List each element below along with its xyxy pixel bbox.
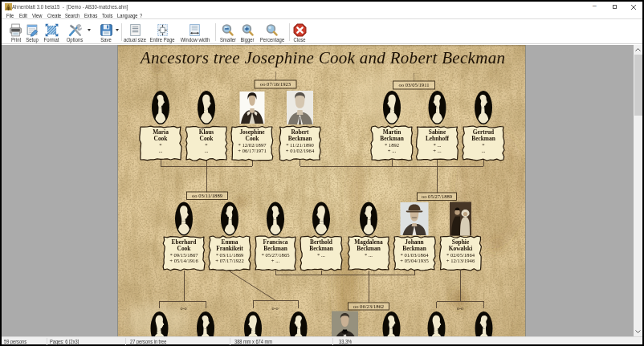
- svg-text:...: ...: [482, 148, 486, 153]
- svg-text:oo 07/16/1923: oo 07/16/1923: [260, 81, 291, 87]
- svg-text:*: *: [482, 142, 484, 148]
- svg-text:+ 05/04/1935: + 05/04/1935: [400, 258, 429, 263]
- svg-text:oo 03/11/1889: oo 03/11/1889: [192, 193, 223, 198]
- svg-text:o-o: o-o: [180, 305, 186, 311]
- svg-text:* 02/05/1864: * 02/05/1864: [446, 252, 475, 258]
- svg-text:* 01/03/1864: * 01/03/1864: [401, 252, 430, 258]
- svg-text:o-o: o-o: [271, 305, 278, 311]
- svg-text:* 05/27/1865: * 05/27/1865: [262, 252, 291, 258]
- svg-text:* ...: * ...: [317, 252, 325, 258]
- svg-text:* 09/15/1867: * 09/15/1867: [170, 252, 199, 258]
- svg-text:* ...: * ...: [365, 252, 373, 258]
- svg-text:oo 06/23/1862: oo 06/23/1862: [353, 303, 384, 309]
- svg-text:+ 01/02/1964: + 01/02/1964: [286, 148, 315, 153]
- svg-text:+ 12/13/1946: + 12/13/1946: [446, 258, 475, 263]
- svg-text:+ ...: + ...: [271, 258, 280, 263]
- svg-text:+ 06/17/1971: + 06/17/1971: [238, 148, 266, 153]
- svg-text:* 03/11/1869: * 03/11/1869: [216, 252, 244, 258]
- svg-text:+ ...: + ...: [388, 148, 397, 153]
- svg-text:+ 07/17/1922: + 07/17/1922: [215, 258, 243, 263]
- svg-text:* 1892: * 1892: [385, 142, 399, 148]
- svg-text:*: *: [159, 142, 161, 148]
- svg-text:...: ...: [159, 148, 163, 153]
- svg-text:* 12/02/1897: * 12/02/1897: [238, 142, 267, 148]
- svg-text:o-o: o-o: [457, 305, 463, 311]
- svg-text:+ 05/14/1916: + 05/14/1916: [169, 258, 198, 263]
- svg-text:* ...: * ...: [434, 142, 442, 148]
- svg-text:Ancestors tree Josephine Cook: Ancestors tree Josephine Cook and Robert…: [139, 48, 506, 67]
- svg-text:* 11/21/1890: * 11/21/1890: [286, 142, 314, 148]
- svg-text:*: *: [205, 142, 207, 148]
- svg-text:oo 05/27/1889: oo 05/27/1889: [422, 193, 453, 199]
- svg-text:...: ...: [205, 148, 209, 153]
- svg-text:oo 03/05/1911: oo 03/05/1911: [398, 82, 429, 88]
- svg-text:+ ...: + ...: [433, 148, 442, 153]
